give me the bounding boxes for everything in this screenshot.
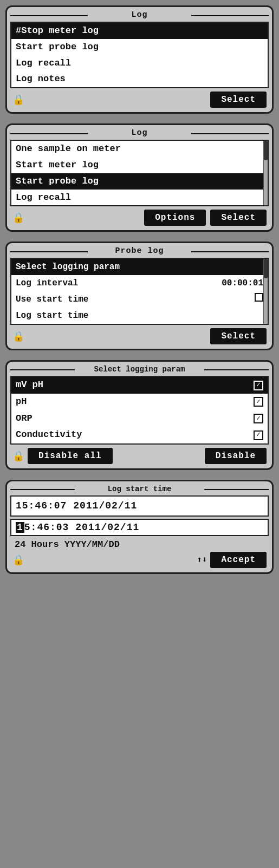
select-button-3[interactable]: Select: [210, 328, 267, 344]
screen2-title: Log: [10, 128, 269, 138]
scrollbar-thumb-2: [264, 141, 268, 160]
use-start-time-checkbox[interactable]: [255, 293, 263, 302]
select-button-2[interactable]: Select: [210, 210, 267, 226]
screen3-title: Probe log: [10, 246, 269, 256]
scrollbar-3[interactable]: [263, 259, 268, 324]
menu-item-start-probe-log-2[interactable]: Start probe log: [11, 173, 268, 190]
bottom-bar-left-icons: 🔒: [12, 554, 24, 566]
select-button-1[interactable]: Select: [210, 92, 267, 108]
param-item-conductivity[interactable]: Conductivity: [11, 427, 268, 443]
time-cursor: 1: [16, 522, 24, 533]
main-container: Log #Stop meter log Start probe log Log …: [0, 0, 279, 579]
screen4-menu: mV pH pH ORP Conductivity: [10, 376, 269, 445]
param-item-orp[interactable]: ORP: [11, 410, 268, 427]
screen5-bottom-bar: 🔒 ⬆⬇ Accept: [10, 551, 269, 569]
scrollbar-thumb-3: [264, 259, 268, 278]
screen4-title: Select logging param: [10, 365, 269, 374]
lock-icon-2: 🔒: [12, 212, 24, 224]
lock-icon-3: 🔒: [12, 330, 24, 342]
screen1-title: Log: [10, 10, 269, 19]
disable-button[interactable]: Disable: [205, 448, 267, 464]
lock-icon-5: 🔒: [12, 554, 24, 566]
screen-log-2: Log One sample on meter Start meter log …: [5, 123, 274, 232]
checkbox-orp[interactable]: [254, 414, 263, 423]
time-input-row[interactable]: 15:46:03 2011/02/11: [10, 519, 269, 536]
current-time-display: 15:46:07 2011/02/11: [10, 495, 269, 517]
menu-item-log-notes[interactable]: Log notes: [11, 71, 268, 87]
probe-menu-use-start-time[interactable]: Use start time: [11, 291, 268, 308]
up-down-arrows-icon[interactable]: ⬆⬇: [197, 554, 207, 565]
screen-select-logging-param: Select logging param mV pH pH ORP Conduc…: [5, 360, 274, 470]
param-item-mv-ph[interactable]: mV pH: [11, 377, 268, 394]
screen2-bottom-bar: 🔒 Options Select: [10, 208, 269, 227]
menu-item-start-probe-log-1[interactable]: Start probe log: [11, 39, 268, 55]
screen1-menu: #Stop meter log Start probe log Log reca…: [10, 22, 269, 88]
scrollbar-2[interactable]: [263, 141, 268, 205]
probe-menu-log-start-time[interactable]: Log start time: [11, 308, 268, 324]
checkbox-conductivity[interactable]: [254, 430, 263, 440]
param-item-ph[interactable]: pH: [11, 394, 268, 410]
options-button[interactable]: Options: [144, 210, 206, 226]
probe-menu-log-interval[interactable]: Log interval 00:00:01: [11, 275, 268, 291]
lock-icon-1: 🔒: [12, 94, 24, 106]
time-format-label: 24 Hours YYYY/MM/DD: [10, 538, 269, 551]
screen-log-start-time: Log start time 15:46:07 2011/02/11 15:46…: [5, 480, 274, 574]
screen-probe-log: Probe log Select logging param Log inter…: [5, 242, 274, 350]
probe-menu-select-logging[interactable]: Select logging param: [11, 259, 268, 275]
menu-item-stop-meter-log[interactable]: #Stop meter log: [11, 23, 268, 39]
screen-log-1: Log #Stop meter log Start probe log Log …: [5, 5, 274, 114]
menu-item-log-recall-1[interactable]: Log recall: [11, 55, 268, 71]
checkbox-mv-ph[interactable]: [254, 381, 263, 390]
screen1-bottom-bar: 🔒 Select: [10, 90, 269, 109]
current-time-value: 15:46:07 2011/02/11: [16, 499, 263, 513]
screen4-bottom-bar: 🔒 Disable all Disable: [10, 447, 269, 465]
menu-item-start-meter-log[interactable]: Start meter log: [11, 157, 268, 173]
disable-all-button[interactable]: Disable all: [28, 448, 113, 464]
screen3-menu: Select logging param Log interval 00:00:…: [10, 258, 269, 325]
screen2-menu: One sample on meter Start meter log Star…: [10, 140, 269, 206]
menu-item-log-recall-2[interactable]: Log recall: [11, 190, 268, 206]
time-input-rest: 5:46:03 2011/02/11: [24, 522, 139, 533]
menu-item-one-sample[interactable]: One sample on meter: [11, 141, 268, 157]
screen3-bottom-bar: 🔒 Select: [10, 327, 269, 345]
screen5-title: Log start time: [10, 485, 269, 493]
checkbox-ph[interactable]: [254, 397, 263, 407]
lock-icon-4: 🔒: [12, 450, 24, 462]
accept-button[interactable]: Accept: [210, 552, 267, 568]
